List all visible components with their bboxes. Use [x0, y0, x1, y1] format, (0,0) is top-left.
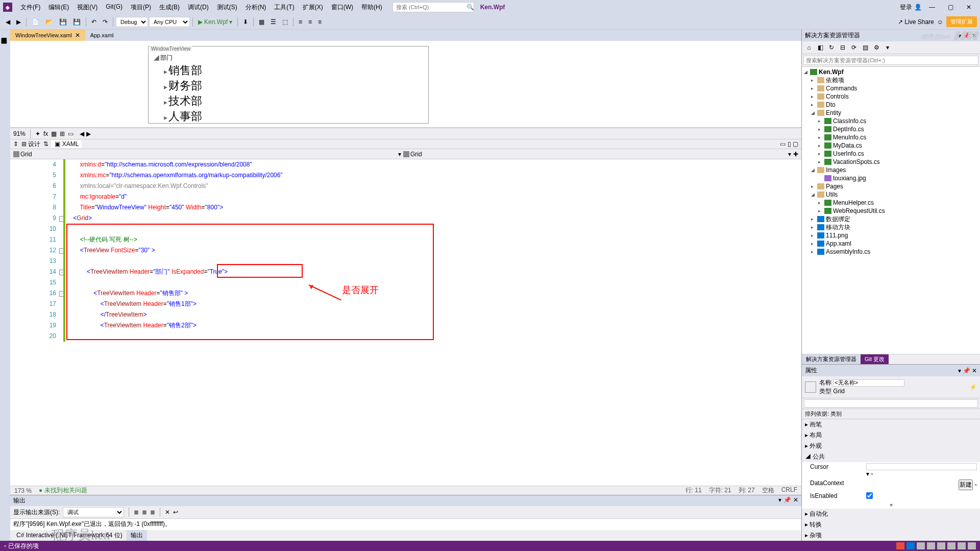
code-line[interactable]: xmlns:d="http://schemas.microsoft.com/ex… — [66, 159, 801, 170]
menu-生成B[interactable]: 生成(B) — [155, 1, 184, 14]
tb-icon-2[interactable]: ☰ — [268, 17, 279, 27]
tree-expander-icon[interactable]: ◢ — [154, 53, 159, 61]
output-clear-icon[interactable]: ✕ — [165, 509, 170, 516]
code-line[interactable]: </TreeViewItem> — [66, 309, 801, 320]
output-tb-3[interactable]: ≣ — [150, 509, 155, 516]
sol-tb-icon[interactable]: ◧ — [815, 43, 825, 52]
maximize-button[interactable]: ▢ — [942, 1, 959, 13]
sol-sync-icon[interactable]: ⟳ — [849, 43, 859, 52]
run-button[interactable]: ▶ Ken.Wpf ▾ — [195, 17, 235, 27]
tree-node[interactable]: ◢Ken.Wpf — [802, 68, 980, 76]
output-tb-2[interactable]: ≣ — [142, 509, 147, 516]
menu-视图V[interactable]: 视图(V) — [73, 1, 102, 14]
tree-node[interactable]: ▸Controls — [802, 92, 980, 101]
tree-node[interactable]: ▸Commands — [802, 84, 980, 92]
grid-icon[interactable]: ▦ — [51, 130, 57, 137]
code-line[interactable]: xmlns:local="clr-namespace:Ken.Wpf.Contr… — [66, 181, 801, 191]
menu-帮助H[interactable]: 帮助(H) — [357, 1, 386, 14]
prop-sort-label[interactable]: 排列依据: 类别 — [802, 409, 980, 419]
tree-node[interactable]: ▸ClassInfo.cs — [802, 117, 980, 125]
nav-fwd-button[interactable]: ▶ — [14, 17, 23, 27]
zoom-value[interactable]: 91% — [13, 130, 26, 137]
output-tab-output[interactable]: 输出 — [127, 530, 147, 541]
config-combo[interactable]: Debug — [116, 17, 148, 27]
tree-node[interactable]: ▸DeptInfo.cs — [802, 125, 980, 133]
output-source-combo[interactable]: 调试 — [63, 507, 124, 517]
menu-调试D[interactable]: 调试(D) — [184, 1, 213, 14]
tree-item[interactable]: ▸人事部 — [164, 109, 423, 124]
code-line[interactable] — [66, 277, 801, 288]
code-line[interactable]: <TreeViewItem Header="销售2部"> — [66, 320, 801, 331]
props-dropdown-icon[interactable]: ▾ — [958, 367, 961, 374]
menu-文件F[interactable]: 文件(F) — [16, 1, 44, 14]
left-tab[interactable]: 服务器资源管理器 — [0, 32, 9, 535]
xaml-tab[interactable]: ▣ XAML — [52, 140, 82, 148]
code-line[interactable] — [66, 331, 801, 342]
code-line[interactable]: <TreeViewItem Header="销售部" > — [66, 288, 801, 299]
split-layout-icons[interactable]: ▭ ▯ ▢ — [780, 140, 798, 148]
code-line[interactable]: <Grid> — [66, 213, 801, 224]
tree-node[interactable]: ▸Dto — [802, 101, 980, 109]
sol-tb-icon[interactable]: ⚙ — [871, 43, 881, 52]
login-link[interactable]: 登录 — [900, 3, 912, 12]
prop-category[interactable]: ▸ 杂项 — [802, 530, 980, 541]
menu-分析N[interactable]: 分析(N) — [241, 1, 271, 14]
sol-home-icon[interactable]: ⌂ — [804, 43, 814, 52]
prop-name-input[interactable] — [833, 379, 904, 387]
tree-node[interactable]: ▸依赖项 — [802, 76, 980, 84]
tree-node[interactable]: ◢Utils — [802, 190, 980, 199]
tray-icon[interactable] — [947, 542, 955, 549]
minimize-button[interactable]: — — [924, 1, 940, 13]
code-line[interactable]: <TreeViewItem Header="部门" IsExpanded="Tr… — [66, 267, 801, 277]
tree-item[interactable]: ▸技术部 — [164, 93, 423, 109]
ruler-icon[interactable]: ▭ — [68, 130, 74, 137]
prop-events-icon[interactable]: ⚡ — [969, 384, 977, 391]
code-line[interactable] — [66, 224, 801, 234]
undo-button[interactable]: ↶ — [89, 17, 99, 27]
user-icon[interactable]: 👤 — [914, 4, 922, 11]
tray-icon[interactable] — [958, 542, 966, 549]
prop-category[interactable]: ▸ 画笔 — [802, 419, 980, 430]
tb-icon-5[interactable]: ≡ — [306, 17, 314, 27]
split-arrow-icon[interactable]: ⇕ — [13, 140, 18, 148]
search-input[interactable] — [396, 4, 467, 10]
menu-编辑E[interactable]: 编辑(E) — [44, 1, 73, 14]
tree-node[interactable]: ▸WebRequestUtil.cs — [802, 207, 980, 215]
prop-category[interactable]: ▸ 布局 — [802, 430, 980, 441]
effects-icon[interactable]: ✦ — [35, 130, 40, 137]
live-share-button[interactable]: ↗ Live Share — [898, 18, 934, 26]
quick-search[interactable]: 🔍 — [393, 2, 474, 12]
solution-explorer-tab[interactable]: 解决方案资源管理器 — [802, 354, 861, 364]
output-wrap-icon[interactable]: ↩ — [173, 509, 178, 516]
output-tb-1[interactable]: ≣ — [134, 509, 139, 516]
save-all-button[interactable]: 💾 — [70, 17, 83, 27]
design-tab[interactable]: ⊞ 设计 — [21, 140, 40, 149]
props-close-icon[interactable]: ✕ — [972, 367, 977, 374]
fx-icon[interactable]: fx — [43, 130, 48, 137]
indent-mode[interactable]: 空格 — [762, 486, 774, 495]
sol-refresh-icon[interactable]: ↻ — [826, 43, 837, 52]
output-pin-icon[interactable]: 📌 — [783, 496, 791, 505]
tree-node[interactable]: ▸MyData.cs — [802, 141, 980, 150]
menu-工具T[interactable]: 工具(T) — [270, 1, 298, 14]
code-line[interactable]: <TreeViewItem Header="销售1部"> — [66, 299, 801, 309]
menu-扩展X[interactable]: 扩展(X) — [299, 1, 327, 14]
breadcrumb-1[interactable]: Grid — [13, 151, 32, 158]
swap-icon[interactable]: ⇅ — [43, 140, 48, 148]
tab-close-icon[interactable]: ✕ — [75, 32, 80, 39]
nav-back-button[interactable]: ◀ — [3, 17, 13, 27]
tree-node[interactable]: ▸VacationSpots.cs — [802, 158, 980, 166]
line-ending[interactable]: CRLF — [781, 486, 797, 495]
props-pin-icon[interactable]: 📌 — [963, 367, 970, 374]
code-line[interactable]: Title="WindowTreeView" Height="450" Widt… — [66, 202, 801, 213]
prop-category[interactable]: ▸ 自动化 — [802, 509, 980, 519]
menu-项目P[interactable]: 项目(P) — [127, 1, 155, 14]
menu-测试S[interactable]: 测试(S) — [213, 1, 241, 14]
prop-cursor-input[interactable] — [866, 463, 977, 470]
tree-node[interactable]: ▸Pages — [802, 182, 980, 190]
tray-icon[interactable] — [927, 542, 935, 549]
tray-icon[interactable] — [968, 542, 976, 549]
save-button[interactable]: 💾 — [57, 17, 69, 27]
tree-item[interactable]: ▸销售部 — [164, 63, 423, 78]
snap-icon[interactable]: ⊞ — [60, 130, 65, 137]
